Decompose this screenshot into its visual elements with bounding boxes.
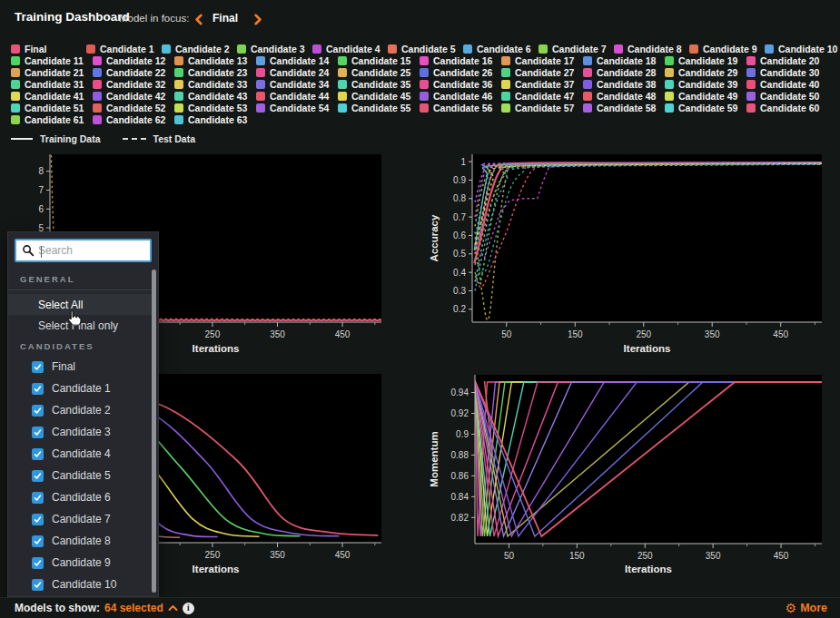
candidate-checkbox-row[interactable]: Candidate 2 [8, 399, 152, 421]
legend-item[interactable]: Candidate 54 [256, 103, 338, 113]
legend-item[interactable]: Candidate 23 [174, 67, 256, 78]
legend-item[interactable]: Candidate 40 [746, 79, 828, 90]
candidate-checkbox-row[interactable]: Final [8, 356, 152, 378]
next-model-icon[interactable] [252, 14, 263, 25]
legend-item[interactable]: Candidate 29 [665, 67, 746, 78]
legend-item[interactable]: Candidate 26 [420, 67, 501, 78]
candidate-checkbox-row[interactable]: Candidate 7 [8, 508, 152, 530]
candidate-checkbox-row[interactable]: Candidate 3 [8, 421, 152, 443]
legend-item[interactable]: Candidate 49 [665, 91, 746, 102]
legend-item[interactable]: Candidate 46 [420, 91, 501, 102]
checkbox-checked-icon[interactable] [32, 579, 44, 591]
legend-item[interactable]: Candidate 39 [665, 79, 746, 90]
legend-item[interactable]: Candidate 41 [11, 91, 93, 102]
candidate-checkbox-row[interactable]: Candidate 1 [8, 378, 152, 399]
legend-item[interactable]: Candidate 47 [501, 91, 583, 102]
legend-item[interactable]: Candidate 18 [583, 55, 665, 66]
legend-item[interactable]: Candidate 63 [174, 114, 256, 125]
legend-item[interactable]: Candidate 28 [583, 67, 665, 78]
checkbox-checked-icon[interactable] [32, 492, 44, 504]
legend-item[interactable]: Candidate 48 [583, 91, 665, 102]
legend-item[interactable]: Candidate 34 [256, 79, 338, 90]
candidate-checkbox-row[interactable]: Candidate 6 [8, 486, 152, 508]
legend-item[interactable]: Candidate 21 [11, 67, 93, 78]
legend-item[interactable]: Candidate 9 [689, 44, 765, 54]
legend-item[interactable]: Candidate 6 [463, 44, 539, 54]
legend-item[interactable]: Candidate 17 [501, 55, 583, 66]
legend-item[interactable]: Candidate 56 [420, 103, 501, 113]
legend-item[interactable]: Candidate 36 [420, 79, 501, 90]
legend-item[interactable]: Candidate 12 [93, 55, 174, 66]
more-button[interactable]: ⚙ More [786, 602, 827, 614]
legend-item[interactable]: Candidate 32 [93, 79, 174, 90]
previous-model-icon[interactable] [193, 14, 204, 25]
search-box[interactable] [15, 239, 152, 262]
legend-item[interactable]: Candidate 42 [93, 91, 174, 102]
legend-item[interactable]: Candidate 16 [420, 55, 501, 66]
chevron-up-icon[interactable] [168, 604, 178, 612]
legend-item[interactable]: Candidate 43 [174, 91, 256, 102]
legend-item[interactable]: Candidate 4 [312, 44, 388, 54]
candidate-checkbox-row[interactable]: Candidate 4 [8, 443, 152, 465]
legend-item[interactable]: Candidate 20 [746, 55, 828, 66]
menu-item-select-all[interactable]: Select All [8, 294, 152, 315]
checkbox-checked-icon[interactable] [32, 405, 44, 417]
candidate-checkbox-row[interactable]: Candidate 8 [8, 530, 152, 552]
legend-item[interactable]: Candidate 58 [583, 103, 665, 113]
legend-item[interactable]: Candidate 44 [256, 91, 338, 102]
legend-item-label: Candidate 34 [270, 79, 329, 90]
legend-item[interactable]: Candidate 25 [338, 67, 420, 78]
checkbox-checked-icon[interactable] [32, 535, 44, 547]
checkbox-checked-icon[interactable] [32, 470, 44, 482]
checkbox-checked-icon[interactable] [32, 427, 44, 438]
checkbox-checked-icon[interactable] [32, 448, 44, 460]
svg-text:0.5: 0.5 [453, 249, 466, 259]
legend-item[interactable]: Candidate 10 [765, 44, 840, 54]
selected-count-button[interactable]: 64 selected [104, 602, 163, 614]
legend-item[interactable]: Candidate 37 [501, 79, 583, 90]
legend-item[interactable]: Candidate 50 [746, 91, 828, 102]
menu-item-select-final-only[interactable]: Select Final only [8, 315, 152, 336]
legend-item[interactable]: Final [11, 44, 86, 54]
checkbox-checked-icon[interactable] [32, 383, 44, 395]
info-icon[interactable]: i [183, 603, 194, 614]
legend-item[interactable]: Candidate 45 [338, 91, 420, 102]
legend-item[interactable]: Candidate 53 [174, 103, 256, 113]
legend-item[interactable]: Candidate 31 [11, 79, 93, 90]
legend-item[interactable]: Candidate 19 [665, 55, 746, 66]
legend-item[interactable]: Candidate 24 [256, 67, 338, 78]
dropdown-scrollbar[interactable] [152, 270, 156, 593]
legend-item[interactable]: Candidate 5 [388, 44, 463, 54]
legend-item[interactable]: Candidate 7 [539, 44, 614, 54]
candidate-checkbox-row[interactable]: Candidate 9 [8, 552, 152, 574]
legend-item[interactable]: Candidate 55 [338, 103, 420, 113]
legend-item[interactable]: Candidate 3 [237, 44, 312, 54]
legend-item[interactable]: Candidate 27 [501, 67, 583, 78]
legend-item[interactable]: Candidate 33 [174, 79, 256, 90]
legend-item[interactable]: Candidate 59 [665, 103, 746, 113]
candidate-checkbox-row[interactable]: Candidate 10 [8, 574, 152, 595]
legend-item[interactable]: Candidate 38 [583, 79, 665, 90]
legend-item[interactable]: Candidate 51 [11, 103, 93, 113]
svg-text:150: 150 [568, 329, 583, 339]
legend-item[interactable]: Candidate 8 [614, 44, 689, 54]
legend-item[interactable]: Candidate 2 [162, 44, 237, 54]
legend-item[interactable]: Candidate 15 [338, 55, 420, 66]
legend-item[interactable]: Candidate 22 [93, 67, 174, 78]
checkbox-checked-icon[interactable] [32, 361, 44, 373]
search-input[interactable] [35, 244, 150, 257]
legend-item[interactable]: Candidate 11 [11, 55, 93, 66]
legend-item[interactable]: Candidate 14 [256, 55, 338, 66]
legend-item[interactable]: Candidate 62 [93, 114, 174, 125]
legend-item[interactable]: Candidate 60 [746, 103, 828, 113]
checkbox-checked-icon[interactable] [32, 557, 44, 569]
checkbox-checked-icon[interactable] [32, 514, 44, 525]
legend-item[interactable]: Candidate 52 [93, 103, 174, 113]
legend-item[interactable]: Candidate 61 [11, 114, 93, 125]
legend-item[interactable]: Candidate 57 [501, 103, 583, 113]
legend-item[interactable]: Candidate 1 [86, 44, 162, 54]
legend-item[interactable]: Candidate 30 [746, 67, 828, 78]
legend-item[interactable]: Candidate 35 [338, 79, 420, 90]
candidate-checkbox-row[interactable]: Candidate 5 [8, 465, 152, 486]
legend-item[interactable]: Candidate 13 [174, 55, 256, 66]
